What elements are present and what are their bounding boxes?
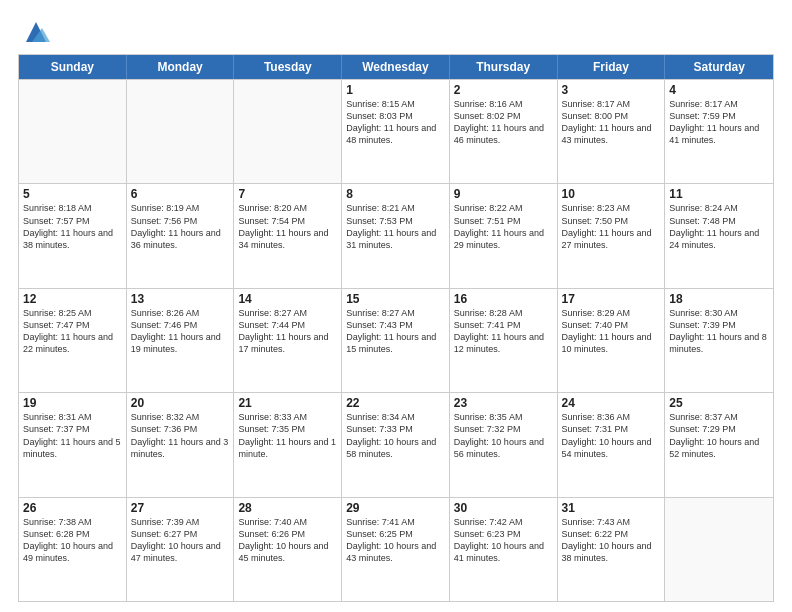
logo-icon — [22, 18, 50, 46]
cal-cell: 13Sunrise: 8:26 AM Sunset: 7:46 PM Dayli… — [127, 289, 235, 392]
day-number: 7 — [238, 187, 337, 201]
cal-cell: 24Sunrise: 8:36 AM Sunset: 7:31 PM Dayli… — [558, 393, 666, 496]
cal-header-wednesday: Wednesday — [342, 55, 450, 79]
cal-cell: 8Sunrise: 8:21 AM Sunset: 7:53 PM Daylig… — [342, 184, 450, 287]
cal-row-4: 26Sunrise: 7:38 AM Sunset: 6:28 PM Dayli… — [19, 497, 773, 601]
cal-cell: 14Sunrise: 8:27 AM Sunset: 7:44 PM Dayli… — [234, 289, 342, 392]
cal-cell: 28Sunrise: 7:40 AM Sunset: 6:26 PM Dayli… — [234, 498, 342, 601]
cal-cell: 6Sunrise: 8:19 AM Sunset: 7:56 PM Daylig… — [127, 184, 235, 287]
cal-header-monday: Monday — [127, 55, 235, 79]
cal-cell: 29Sunrise: 7:41 AM Sunset: 6:25 PM Dayli… — [342, 498, 450, 601]
calendar: SundayMondayTuesdayWednesdayThursdayFrid… — [18, 54, 774, 602]
day-number: 26 — [23, 501, 122, 515]
day-number: 22 — [346, 396, 445, 410]
cell-info: Sunrise: 8:29 AM Sunset: 7:40 PM Dayligh… — [562, 307, 661, 356]
day-number: 29 — [346, 501, 445, 515]
day-number: 24 — [562, 396, 661, 410]
cal-header-thursday: Thursday — [450, 55, 558, 79]
cell-info: Sunrise: 7:43 AM Sunset: 6:22 PM Dayligh… — [562, 516, 661, 565]
cal-cell: 20Sunrise: 8:32 AM Sunset: 7:36 PM Dayli… — [127, 393, 235, 496]
day-number: 30 — [454, 501, 553, 515]
cell-info: Sunrise: 7:42 AM Sunset: 6:23 PM Dayligh… — [454, 516, 553, 565]
cal-cell: 9Sunrise: 8:22 AM Sunset: 7:51 PM Daylig… — [450, 184, 558, 287]
cal-cell: 16Sunrise: 8:28 AM Sunset: 7:41 PM Dayli… — [450, 289, 558, 392]
cell-info: Sunrise: 8:37 AM Sunset: 7:29 PM Dayligh… — [669, 411, 769, 460]
cell-info: Sunrise: 8:28 AM Sunset: 7:41 PM Dayligh… — [454, 307, 553, 356]
cell-info: Sunrise: 8:32 AM Sunset: 7:36 PM Dayligh… — [131, 411, 230, 460]
day-number: 31 — [562, 501, 661, 515]
day-number: 9 — [454, 187, 553, 201]
cal-header-saturday: Saturday — [665, 55, 773, 79]
cal-cell: 22Sunrise: 8:34 AM Sunset: 7:33 PM Dayli… — [342, 393, 450, 496]
day-number: 17 — [562, 292, 661, 306]
cal-cell: 5Sunrise: 8:18 AM Sunset: 7:57 PM Daylig… — [19, 184, 127, 287]
logo — [18, 22, 50, 46]
day-number: 23 — [454, 396, 553, 410]
cell-info: Sunrise: 8:27 AM Sunset: 7:43 PM Dayligh… — [346, 307, 445, 356]
header — [18, 18, 774, 46]
cal-cell: 11Sunrise: 8:24 AM Sunset: 7:48 PM Dayli… — [665, 184, 773, 287]
cell-info: Sunrise: 8:19 AM Sunset: 7:56 PM Dayligh… — [131, 202, 230, 251]
day-number: 4 — [669, 83, 769, 97]
day-number: 8 — [346, 187, 445, 201]
cal-cell: 1Sunrise: 8:15 AM Sunset: 8:03 PM Daylig… — [342, 80, 450, 183]
cal-cell: 31Sunrise: 7:43 AM Sunset: 6:22 PM Dayli… — [558, 498, 666, 601]
cal-cell: 27Sunrise: 7:39 AM Sunset: 6:27 PM Dayli… — [127, 498, 235, 601]
cell-info: Sunrise: 8:22 AM Sunset: 7:51 PM Dayligh… — [454, 202, 553, 251]
cell-info: Sunrise: 8:30 AM Sunset: 7:39 PM Dayligh… — [669, 307, 769, 356]
cell-info: Sunrise: 8:18 AM Sunset: 7:57 PM Dayligh… — [23, 202, 122, 251]
cal-header-friday: Friday — [558, 55, 666, 79]
cal-cell: 4Sunrise: 8:17 AM Sunset: 7:59 PM Daylig… — [665, 80, 773, 183]
cell-info: Sunrise: 8:33 AM Sunset: 7:35 PM Dayligh… — [238, 411, 337, 460]
day-number: 14 — [238, 292, 337, 306]
cell-info: Sunrise: 8:26 AM Sunset: 7:46 PM Dayligh… — [131, 307, 230, 356]
cal-row-2: 12Sunrise: 8:25 AM Sunset: 7:47 PM Dayli… — [19, 288, 773, 392]
cell-info: Sunrise: 8:17 AM Sunset: 7:59 PM Dayligh… — [669, 98, 769, 147]
cal-cell: 15Sunrise: 8:27 AM Sunset: 7:43 PM Dayli… — [342, 289, 450, 392]
cal-row-0: 1Sunrise: 8:15 AM Sunset: 8:03 PM Daylig… — [19, 79, 773, 183]
cal-cell — [19, 80, 127, 183]
cal-cell: 26Sunrise: 7:38 AM Sunset: 6:28 PM Dayli… — [19, 498, 127, 601]
cal-cell: 3Sunrise: 8:17 AM Sunset: 8:00 PM Daylig… — [558, 80, 666, 183]
day-number: 12 — [23, 292, 122, 306]
cal-cell — [665, 498, 773, 601]
cal-header-tuesday: Tuesday — [234, 55, 342, 79]
cal-cell: 21Sunrise: 8:33 AM Sunset: 7:35 PM Dayli… — [234, 393, 342, 496]
day-number: 25 — [669, 396, 769, 410]
cell-info: Sunrise: 8:34 AM Sunset: 7:33 PM Dayligh… — [346, 411, 445, 460]
day-number: 13 — [131, 292, 230, 306]
cell-info: Sunrise: 8:15 AM Sunset: 8:03 PM Dayligh… — [346, 98, 445, 147]
day-number: 20 — [131, 396, 230, 410]
cal-cell: 7Sunrise: 8:20 AM Sunset: 7:54 PM Daylig… — [234, 184, 342, 287]
cal-cell: 17Sunrise: 8:29 AM Sunset: 7:40 PM Dayli… — [558, 289, 666, 392]
day-number: 2 — [454, 83, 553, 97]
calendar-header: SundayMondayTuesdayWednesdayThursdayFrid… — [19, 55, 773, 79]
day-number: 27 — [131, 501, 230, 515]
cal-cell: 19Sunrise: 8:31 AM Sunset: 7:37 PM Dayli… — [19, 393, 127, 496]
cell-info: Sunrise: 8:16 AM Sunset: 8:02 PM Dayligh… — [454, 98, 553, 147]
day-number: 3 — [562, 83, 661, 97]
day-number: 28 — [238, 501, 337, 515]
day-number: 5 — [23, 187, 122, 201]
cal-header-sunday: Sunday — [19, 55, 127, 79]
cell-info: Sunrise: 8:36 AM Sunset: 7:31 PM Dayligh… — [562, 411, 661, 460]
cell-info: Sunrise: 8:24 AM Sunset: 7:48 PM Dayligh… — [669, 202, 769, 251]
cell-info: Sunrise: 8:31 AM Sunset: 7:37 PM Dayligh… — [23, 411, 122, 460]
day-number: 15 — [346, 292, 445, 306]
page: SundayMondayTuesdayWednesdayThursdayFrid… — [0, 0, 792, 612]
cal-cell — [234, 80, 342, 183]
cal-row-3: 19Sunrise: 8:31 AM Sunset: 7:37 PM Dayli… — [19, 392, 773, 496]
cell-info: Sunrise: 7:38 AM Sunset: 6:28 PM Dayligh… — [23, 516, 122, 565]
cell-info: Sunrise: 7:39 AM Sunset: 6:27 PM Dayligh… — [131, 516, 230, 565]
cal-cell: 30Sunrise: 7:42 AM Sunset: 6:23 PM Dayli… — [450, 498, 558, 601]
cal-cell: 23Sunrise: 8:35 AM Sunset: 7:32 PM Dayli… — [450, 393, 558, 496]
cell-info: Sunrise: 8:21 AM Sunset: 7:53 PM Dayligh… — [346, 202, 445, 251]
cell-info: Sunrise: 7:41 AM Sunset: 6:25 PM Dayligh… — [346, 516, 445, 565]
cal-cell: 2Sunrise: 8:16 AM Sunset: 8:02 PM Daylig… — [450, 80, 558, 183]
cell-info: Sunrise: 8:17 AM Sunset: 8:00 PM Dayligh… — [562, 98, 661, 147]
day-number: 21 — [238, 396, 337, 410]
cal-cell: 18Sunrise: 8:30 AM Sunset: 7:39 PM Dayli… — [665, 289, 773, 392]
cal-row-1: 5Sunrise: 8:18 AM Sunset: 7:57 PM Daylig… — [19, 183, 773, 287]
day-number: 1 — [346, 83, 445, 97]
cal-cell: 12Sunrise: 8:25 AM Sunset: 7:47 PM Dayli… — [19, 289, 127, 392]
